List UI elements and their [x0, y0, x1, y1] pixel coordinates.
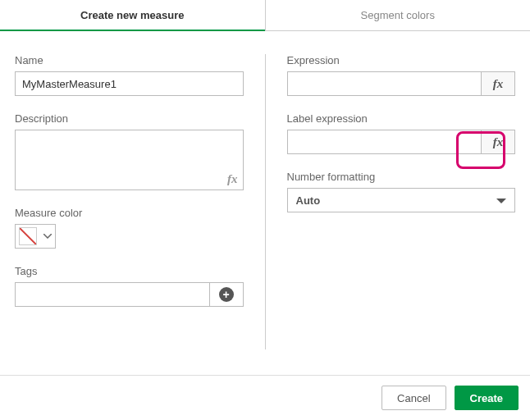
label-expression-field: Label expression fx	[287, 112, 516, 154]
tags-field: Tags +	[15, 265, 244, 307]
expression-field: Expression fx	[287, 54, 516, 96]
right-column: Expression fx Label expression fx Number…	[287, 54, 516, 349]
number-formatting-label: Number formatting	[287, 171, 516, 183]
description-input-wrap: fx	[15, 130, 244, 190]
tab-create-measure-label: Create new measure	[80, 9, 184, 21]
tab-create-measure[interactable]: Create new measure	[0, 0, 266, 30]
expression-row: fx	[287, 71, 516, 96]
cancel-button-label: Cancel	[397, 392, 430, 404]
number-formatting-field: Number formatting Auto	[287, 171, 516, 212]
label-expression-fx-button[interactable]: fx	[481, 130, 515, 154]
name-field: Name	[15, 54, 244, 96]
label-expression-input[interactable]	[287, 130, 482, 154]
chevron-down-icon	[496, 194, 506, 207]
expression-fx-button[interactable]: fx	[481, 71, 515, 96]
tags-label: Tags	[15, 265, 244, 277]
label-expression-label: Label expression	[287, 112, 516, 125]
add-tag-button[interactable]: +	[209, 282, 244, 307]
left-column: Name Description fx Measure color Tags	[15, 54, 244, 349]
measure-color-field: Measure color	[15, 207, 244, 249]
form-content: Name Description fx Measure color Tags	[0, 31, 530, 349]
tags-input[interactable]	[15, 282, 209, 307]
fx-icon: fx	[493, 77, 504, 91]
number-formatting-value: Auto	[296, 194, 321, 207]
no-color-swatch-icon	[19, 227, 37, 245]
description-label: Description	[15, 112, 244, 125]
expression-label: Expression	[287, 54, 516, 66]
create-button[interactable]: Create	[455, 386, 519, 410]
tab-segment-colors-label: Segment colors	[361, 9, 435, 21]
tab-segment-colors[interactable]: Segment colors	[266, 0, 531, 30]
description-input[interactable]	[16, 130, 243, 189]
tags-row: +	[15, 282, 244, 307]
footer: Cancel Create	[0, 375, 530, 420]
name-label: Name	[15, 54, 244, 66]
measure-color-picker[interactable]	[15, 224, 56, 249]
create-button-label: Create	[470, 392, 503, 404]
number-formatting-select[interactable]: Auto	[287, 188, 516, 212]
name-input[interactable]	[15, 71, 244, 96]
cancel-button[interactable]: Cancel	[382, 386, 445, 410]
column-divider	[265, 54, 266, 349]
measure-color-label: Measure color	[15, 207, 244, 219]
tabs: Create new measure Segment colors	[0, 0, 530, 31]
chevron-down-icon	[40, 234, 55, 239]
fx-icon: fx	[493, 135, 504, 149]
description-field: Description fx	[15, 112, 244, 190]
label-expression-row: fx	[287, 130, 516, 154]
plus-circle-icon: +	[219, 287, 234, 302]
expression-input[interactable]	[287, 71, 482, 96]
